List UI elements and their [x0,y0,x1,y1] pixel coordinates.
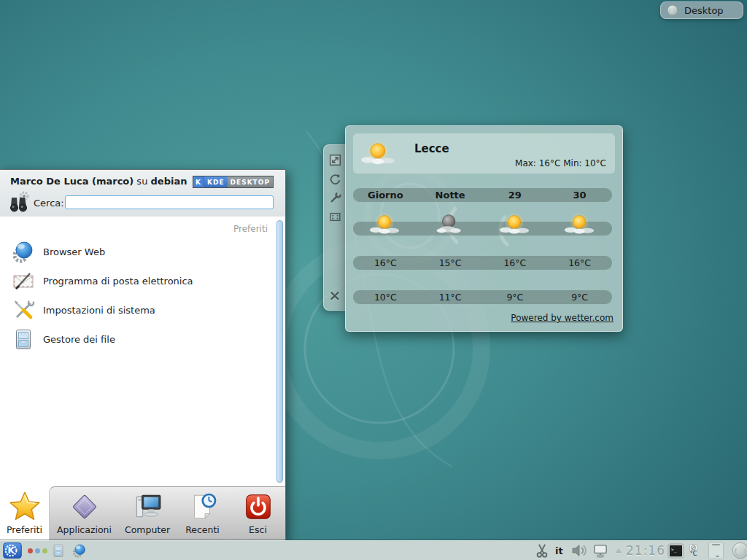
weather-city: Lecce [414,142,449,155]
weather-day-temps: 16°C 15°C 16°C 16°C [353,256,612,270]
binoculars-search-icon [7,190,31,214]
search-label: Cerca: [34,198,64,209]
close-icon[interactable]: × [329,289,341,301]
tab-label: Computer [125,524,170,535]
kickoff-menu: Marco De Luca (marco) su debian K KDE DE… [0,169,286,541]
tab-recenti[interactable]: Recenti [175,486,230,540]
user-separator: su [136,176,147,187]
digital-clock[interactable]: 21:16 [626,541,665,560]
night-temp: 10°C [353,290,418,304]
crossed-tools-icon [12,298,35,322]
night-temp: 9°C [483,290,548,304]
panel-calendar-strip[interactable] [708,542,724,559]
klipper-tray-icon[interactable] [534,541,550,560]
night-temp: 9°C [547,290,612,304]
globe-gear-icon [12,240,35,263]
menu-item-browser-web[interactable]: Browser Web [0,237,275,266]
blue-dot-icon [35,548,40,553]
weather-column-headers: Giorno Notte 29 30 [353,188,612,202]
weather-widget-handle[interactable]: × [323,144,346,311]
file-cabinet-icon [12,327,35,351]
tab-label: Recenti [185,524,220,535]
section-label: Preferiti [233,224,268,234]
keyboard-layout-indicator[interactable]: it [555,541,563,560]
weather-forecast-icons [353,207,612,242]
search-input[interactable] [65,195,274,209]
configure-wrench-icon[interactable] [329,192,341,204]
tab-applicazioni[interactable]: Applicazioni [49,486,120,540]
tab-label: Esci [249,524,267,535]
toolbox-label: Desktop [684,5,724,16]
mail-envelope-icon [12,269,35,292]
recent-document-clock-icon [187,491,218,522]
purple-diamond-icon [69,491,100,522]
menu-item-file-manager[interactable]: Gestore dei file [0,324,275,354]
triangle-up-icon [615,548,622,553]
user-title: Marco De Luca (marco) su debian [10,176,187,187]
plasma-cashew-icon [729,541,747,560]
scissors-icon [534,542,550,559]
day-temp: 16°C [483,256,548,270]
red-dot-icon [28,548,33,553]
tray-expander[interactable] [615,541,622,560]
menu-item-system-settings[interactable]: Impostazioni di sistema [0,295,275,324]
bottom-panel: it 21:16 °C [0,540,747,560]
weather-widget: Lecce Max: 16°C Min: 10°C Giorno Notte 2… [345,125,623,332]
terminal-icon [667,543,684,559]
column-giorno: Giorno [353,188,418,202]
kickoff-launcher-button[interactable] [1,541,23,560]
weather-header: Lecce Max: 16°C Min: 10°C [353,133,615,174]
current-weather-sun-icon [360,138,397,170]
sun-cloud-icon [369,211,401,238]
user-name: Marco De Luca (marco) [10,176,133,187]
scrollbar[interactable] [276,220,283,483]
file-manager-launcher[interactable] [51,541,66,560]
night-temp: 11°C [418,290,483,304]
kde-desktop-badge: K KDE DESKTOP [193,176,274,188]
star-icon [8,490,42,522]
menu-item-email[interactable]: Programma di posta elettronica [0,266,275,295]
rotate-icon[interactable] [329,173,341,185]
weather-max-min: Max: 16°C Min: 10°C [515,158,606,168]
weather-night-temps: 10°C 11°C 9°C 9°C [353,290,612,304]
plasma-cashew-icon [667,4,678,16]
network-monitor-tray-icon[interactable] [592,541,608,560]
panel-cashew[interactable] [729,541,747,560]
kde-mini-logo-icon: K [193,176,204,187]
tab-preferiti[interactable]: Preferiti [0,486,49,540]
weather-tray-icon[interactable]: °C [689,541,697,560]
menu-item-label: Gestore dei file [43,334,115,345]
host-name: debian [151,176,187,187]
kickoff-content: Preferiti Browser Web Programma di posta… [0,217,285,486]
tab-computer[interactable]: Computer [120,486,175,540]
globe-gear-icon [72,543,87,558]
desktop-toolbox[interactable]: Desktop [660,1,743,19]
kde-logo-icon [2,542,23,559]
computer-icon [132,491,163,522]
resize-icon[interactable] [329,154,341,166]
terminal-tray-icon[interactable] [667,541,684,560]
web-browser-launcher[interactable] [72,541,87,560]
column-notte: Notte [418,188,483,202]
widget-settings-icon[interactable] [329,211,341,223]
tab-label: Preferiti [7,524,42,535]
speaker-icon [570,543,588,558]
badge-kde-label: KDE [204,176,228,187]
menu-item-label: Impostazioni di sistema [43,305,155,316]
badge-desktop-label: DESKTOP [228,176,273,187]
monitor-icon [592,543,608,558]
kickoff-tab-bar: Preferiti Applicazioni Computer Recenti … [0,486,285,540]
tab-esci[interactable]: Esci [230,486,286,540]
activity-dots[interactable] [28,541,47,560]
day-temp: 15°C [418,256,483,270]
green-dot-icon [42,548,47,553]
sun-cloud-icon [499,211,531,238]
sun-cloud-icon [564,211,596,238]
powered-by-link[interactable]: Powered by wetter.com [511,313,614,323]
day-temp: 16°C [547,256,612,270]
strip-mark [712,544,720,545]
menu-item-label: Programma di posta elettronica [43,276,193,287]
night-cloud-icon [434,211,466,238]
volume-tray-icon[interactable] [570,541,588,560]
tray-temp-unit: °C [690,551,697,557]
